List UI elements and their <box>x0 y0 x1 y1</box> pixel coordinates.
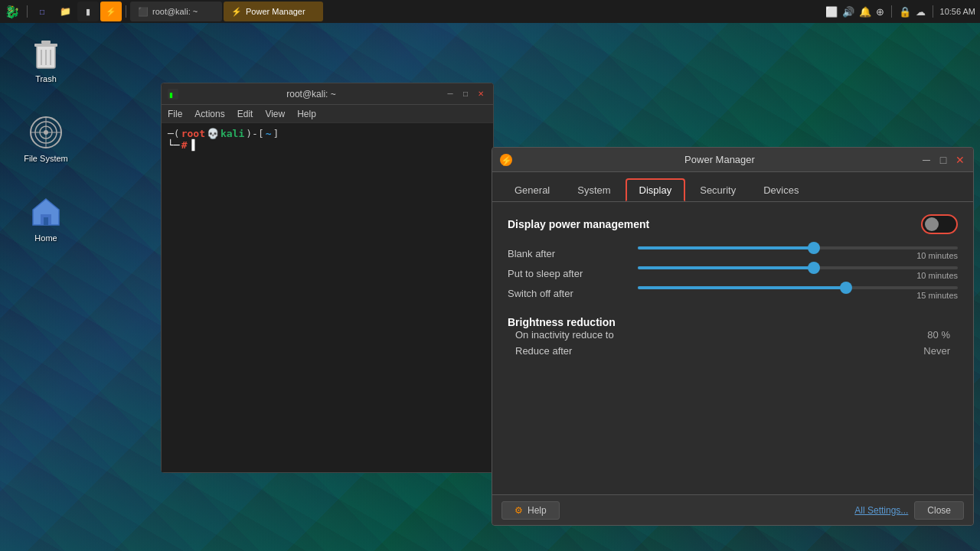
taskbar: 🐉 □ 📁 ▮ ⚡ ⬛ root@kali: ~ ⚡ Power Manager… <box>0 0 980 23</box>
prompt-bracket-end: ] <box>273 128 279 139</box>
desktop: 🐉 □ 📁 ▮ ⚡ ⬛ root@kali: ~ ⚡ Power Manager… <box>0 0 980 551</box>
pm-maximize-button[interactable]: □ <box>936 153 950 167</box>
svg-text:⚡: ⚡ <box>501 155 512 166</box>
blank-after-track <box>638 246 958 249</box>
sleep-after-track <box>638 266 958 269</box>
network-tray-icon[interactable]: ⊕ <box>876 6 884 18</box>
tab-display[interactable]: Display <box>626 178 686 201</box>
prompt-host: kali <box>220 128 244 139</box>
filemanager-button[interactable]: 📁 <box>54 2 76 21</box>
help-button[interactable]: ⚙ Help <box>501 501 560 520</box>
blank-after-value: 10 minutes <box>916 251 958 260</box>
power-manager-taskbar-label: Power Manager <box>246 7 305 16</box>
switch-off-value: 15 minutes <box>916 291 958 300</box>
terminal-prompt-line: ─( root 💀 kali )-[ ~ ] <box>168 128 487 139</box>
terminal-titlebar: ▮ root@kali: ~ ─ □ ✕ <box>162 83 493 105</box>
sleep-after-label: Put to sleep after <box>508 268 630 279</box>
taskbar-left: 🐉 □ 📁 ▮ ⚡ ⬛ root@kali: ~ ⚡ Power Manager <box>0 2 323 21</box>
lock-tray-icon[interactable]: 🔒 <box>899 6 911 18</box>
terminal-menu-file[interactable]: File <box>168 109 182 119</box>
inactivity-reduce-label: On inactivity reduce to <box>515 329 614 341</box>
brightness-title: Brightness reduction <box>508 316 616 328</box>
terminal-maximize-button[interactable]: □ <box>459 88 472 100</box>
tray-sep <box>891 5 892 18</box>
display-power-toggle[interactable] <box>921 214 958 234</box>
clock-sep <box>933 5 933 18</box>
power-manager-title: Power Manager <box>520 154 920 165</box>
prompt-open-bracket: ─( <box>168 128 180 139</box>
display-power-title: Display power management <box>508 218 649 230</box>
power-manager-taskbar-button[interactable]: ⚡ Power Manager <box>224 2 323 21</box>
switch-off-thumb[interactable] <box>840 282 852 294</box>
terminal-minimize-button[interactable]: ─ <box>444 88 456 100</box>
terminal-close-button[interactable]: ✕ <box>475 88 487 100</box>
kali-menu-button[interactable]: 🐉 <box>2 2 23 21</box>
terminal-menu-help[interactable]: Help <box>297 109 316 119</box>
tab-devices[interactable]: Devices <box>750 179 812 201</box>
blank-after-label: Blank after <box>508 248 630 259</box>
inactivity-reduce-row: On inactivity reduce to 80 % <box>508 329 958 341</box>
help-icon: ⚙ <box>514 505 523 516</box>
svg-rect-2 <box>41 41 51 44</box>
reduce-after-value: Never <box>923 345 950 357</box>
home-image <box>28 194 64 230</box>
prompt-dir: ~ <box>266 128 272 139</box>
filesystem-image <box>28 114 64 151</box>
close-button[interactable]: Close <box>914 501 964 520</box>
brightness-section: Brightness reduction On inactivity reduc… <box>508 315 958 357</box>
filesystem-icon-desktop[interactable]: File System <box>15 114 77 163</box>
terminal-window-controls: ─ □ ✕ <box>444 88 487 100</box>
taskbar-right: ⬜ 🔊 🔔 ⊕ 🔒 ☁ 10:56 AM <box>825 5 980 18</box>
terminal-menu-actions[interactable]: Actions <box>194 109 224 119</box>
inactivity-reduce-value: 80 % <box>927 329 950 341</box>
terminal-menu-edit[interactable]: Edit <box>237 109 253 119</box>
terminal-menubar: File Actions Edit View Help <box>162 105 493 123</box>
settings-quick-button[interactable]: ⚡ <box>100 2 122 21</box>
terminal-window: ▮ root@kali: ~ ─ □ ✕ File Actions Edit V… <box>161 83 494 473</box>
prompt-hash: # <box>181 139 188 151</box>
taskbar-sep-1 <box>27 5 28 18</box>
svg-rect-14 <box>44 217 48 225</box>
terminal-quick-button[interactable]: ▮ <box>77 2 99 21</box>
home-icon-desktop[interactable]: Home <box>15 194 77 243</box>
prompt-skull: 💀 <box>207 128 219 139</box>
sleep-after-fill <box>638 266 814 269</box>
power-manager-window-controls: ─ □ ✕ <box>920 153 967 167</box>
workspace-button[interactable]: □ <box>31 2 53 21</box>
terminal-taskbar-button[interactable]: ⬛ root@kali: ~ <box>130 2 222 21</box>
screen-tray-icon[interactable]: ⬜ <box>825 6 838 18</box>
taskbar-sep-2 <box>126 5 126 18</box>
power-manager-icon: ⚡ <box>498 152 514 168</box>
terminal-content: ─( root 💀 kali )-[ ~ ] └─ # ▌ <box>162 123 493 472</box>
pm-minimize-button[interactable]: ─ <box>920 153 933 167</box>
power-manager-content: Display power management Blank after 10 … <box>492 202 973 494</box>
power-tray-icon[interactable]: ☁ <box>916 6 926 18</box>
switch-off-label: Switch off after <box>508 288 630 299</box>
tab-general[interactable]: General <box>501 179 563 201</box>
switch-off-slider-container: 15 minutes <box>638 286 958 300</box>
trash-icon-desktop[interactable]: Trash <box>15 34 77 83</box>
all-settings-link[interactable]: All Settings... <box>854 505 908 516</box>
trash-label: Trash <box>35 74 57 83</box>
blank-after-thumb[interactable] <box>808 242 820 254</box>
help-label: Help <box>528 505 547 516</box>
sleep-after-row: Put to sleep after 10 minutes <box>508 266 958 280</box>
switch-off-fill <box>638 286 846 289</box>
tab-system[interactable]: System <box>564 179 623 201</box>
sleep-after-slider-container: 10 minutes <box>638 266 958 280</box>
footer-right: All Settings... Close <box>854 501 964 520</box>
pm-close-button[interactable]: ✕ <box>953 153 967 167</box>
notification-tray-icon[interactable]: 🔔 <box>859 6 871 18</box>
power-manager-footer: ⚙ Help All Settings... Close <box>492 494 973 525</box>
toggle-knob <box>925 217 939 231</box>
prompt-user: root <box>181 128 205 139</box>
terminal-taskbar-icon: ⬛ <box>138 7 149 17</box>
terminal-menu-view[interactable]: View <box>265 109 285 119</box>
filesystem-label: File System <box>24 154 67 163</box>
terminal-prompt-symbol: └─ # ▌ <box>168 139 487 151</box>
sleep-after-thumb[interactable] <box>808 262 820 274</box>
tab-security[interactable]: Security <box>687 179 749 201</box>
volume-tray-icon[interactable]: 🔊 <box>842 6 854 18</box>
power-manager-tabs: General System Display Security Devices <box>492 172 973 202</box>
clock: 10:56 AM <box>940 7 975 16</box>
